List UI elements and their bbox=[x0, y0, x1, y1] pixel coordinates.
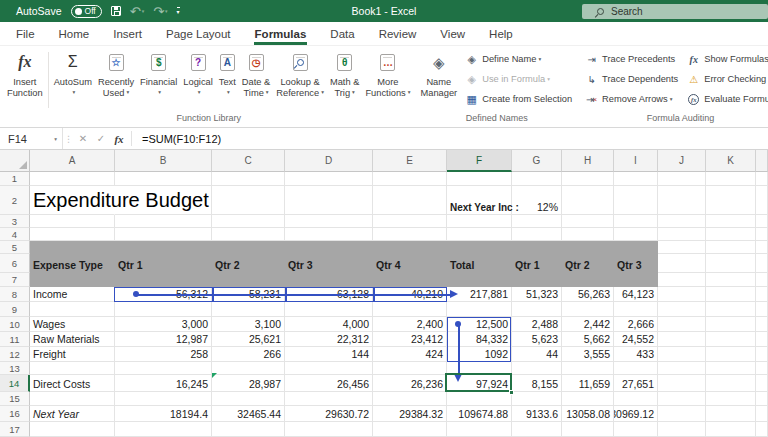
cell-A3[interactable] bbox=[30, 215, 115, 228]
cell-K16[interactable] bbox=[706, 406, 756, 422]
row-header-9[interactable]: 9 bbox=[0, 302, 30, 317]
cell-D17[interactable] bbox=[285, 422, 373, 437]
cell-F7[interactable] bbox=[447, 273, 512, 287]
cell-D4[interactable] bbox=[285, 228, 373, 241]
cell-I3[interactable] bbox=[614, 215, 658, 228]
cell-J2[interactable] bbox=[658, 186, 706, 215]
search-box[interactable]: Search bbox=[582, 4, 768, 19]
cell-K15[interactable] bbox=[706, 392, 756, 406]
cell-H13[interactable] bbox=[562, 362, 614, 375]
cell-K14[interactable] bbox=[706, 375, 756, 392]
cell-C6[interactable]: Qtr 2 bbox=[212, 254, 285, 273]
cell-G4[interactable] bbox=[512, 228, 562, 241]
tab-formulas[interactable]: Formulas bbox=[243, 22, 319, 45]
cell-H5[interactable] bbox=[562, 241, 614, 254]
customize-quick-access-toolbar-icon[interactable]: ▾ bbox=[177, 7, 180, 15]
cell-E2[interactable] bbox=[373, 186, 447, 215]
cell-E10[interactable]: 2,400 bbox=[373, 317, 447, 332]
cell-F2[interactable]: Next Year Inc : bbox=[447, 186, 512, 215]
cell-J1[interactable] bbox=[658, 172, 706, 186]
cell-E7[interactable] bbox=[373, 273, 447, 287]
cell-G3[interactable] bbox=[512, 215, 562, 228]
row-header-11[interactable]: 11 bbox=[0, 332, 30, 347]
tab-review[interactable]: Review bbox=[367, 22, 429, 45]
cell-E14[interactable]: 26,236 bbox=[373, 375, 447, 392]
cell-I10[interactable]: 2,666 bbox=[614, 317, 658, 332]
cell-A15[interactable] bbox=[30, 392, 115, 406]
cell-B3[interactable] bbox=[115, 215, 212, 228]
cell-B6[interactable]: Qtr 1 bbox=[115, 254, 212, 273]
cell-G8[interactable]: 51,323 bbox=[512, 287, 562, 302]
cell-I13[interactable] bbox=[614, 362, 658, 375]
enter-icon[interactable]: ✓ bbox=[92, 128, 110, 149]
column-header-J[interactable]: J bbox=[658, 150, 706, 172]
cell-G14[interactable]: 8,155 bbox=[512, 375, 562, 392]
cell-C7[interactable] bbox=[212, 273, 285, 287]
row-header-1[interactable]: 1 bbox=[0, 172, 30, 186]
cell-D14[interactable]: 26,456 bbox=[285, 375, 373, 392]
cell-A10[interactable]: Wages bbox=[30, 317, 115, 332]
cell-C5[interactable] bbox=[212, 241, 285, 254]
cell-I5[interactable] bbox=[614, 241, 658, 254]
cell-C1[interactable] bbox=[212, 172, 285, 186]
cell-H4[interactable] bbox=[562, 228, 614, 241]
cell-G7[interactable] bbox=[512, 273, 562, 287]
select-all-corner[interactable] bbox=[0, 150, 30, 172]
cell-G17[interactable] bbox=[512, 422, 562, 437]
cell-A12[interactable]: Freight bbox=[30, 347, 115, 362]
cell-G2[interactable]: 12% bbox=[512, 186, 562, 215]
cell-I8[interactable]: 64,123 bbox=[614, 287, 658, 302]
cancel-icon[interactable]: ✕ bbox=[74, 128, 92, 149]
row-header-12[interactable]: 12 bbox=[0, 347, 30, 362]
cell-A11[interactable]: Raw Materials bbox=[30, 332, 115, 347]
autosave-toggle[interactable]: Off bbox=[71, 5, 102, 18]
cell-C13[interactable] bbox=[212, 362, 285, 375]
row-header-16[interactable]: 16 bbox=[0, 406, 30, 422]
cell-A4[interactable] bbox=[30, 228, 115, 241]
cell-J8[interactable] bbox=[658, 287, 706, 302]
show-formulas-button[interactable]: fx Show Formulas bbox=[682, 49, 768, 69]
cell-C2[interactable] bbox=[212, 186, 285, 215]
cell-I6[interactable]: Qtr 3 bbox=[614, 254, 658, 273]
save-icon[interactable] bbox=[111, 6, 121, 16]
cell-C16[interactable]: 32465.44 bbox=[212, 406, 285, 422]
cell-H14[interactable]: 11,659 bbox=[562, 375, 614, 392]
cell-F3[interactable] bbox=[447, 215, 512, 228]
cell-E17[interactable] bbox=[373, 422, 447, 437]
evaluate-formula-button[interactable]: fx Evaluate Formula bbox=[682, 89, 768, 109]
cell-K1[interactable] bbox=[706, 172, 756, 186]
cell-C3[interactable] bbox=[212, 215, 285, 228]
cell-I9[interactable] bbox=[614, 302, 658, 317]
cell-B1[interactable] bbox=[115, 172, 212, 186]
cell-E16[interactable]: 29384.32 bbox=[373, 406, 447, 422]
tab-home[interactable]: Home bbox=[47, 22, 102, 45]
create-from-selection-button[interactable]: ▦ Create from Selection bbox=[460, 89, 576, 109]
logical-button[interactable]: ?Logical▾ bbox=[180, 48, 215, 112]
use-in-formula-button[interactable]: ◈ Use in Formula ▾ bbox=[460, 69, 576, 89]
cell-D5[interactable] bbox=[285, 241, 373, 254]
cell-K11[interactable] bbox=[706, 332, 756, 347]
cell-G5[interactable] bbox=[512, 241, 562, 254]
cell-F16[interactable]: 109674.88 bbox=[447, 406, 512, 422]
row-header-17[interactable]: 17 bbox=[0, 422, 30, 437]
fill-handle[interactable] bbox=[509, 390, 514, 395]
cell-A8[interactable]: Income bbox=[30, 287, 115, 302]
column-header-K[interactable]: K bbox=[706, 150, 756, 172]
cell-A16[interactable]: Next Year bbox=[30, 406, 115, 422]
row-header-15[interactable]: 15 bbox=[0, 392, 30, 406]
cell-D12[interactable]: 144 bbox=[285, 347, 373, 362]
lookup-reference-button[interactable]: Lookup &Reference▾ bbox=[273, 48, 327, 112]
cell-E4[interactable] bbox=[373, 228, 447, 241]
cell-A9[interactable] bbox=[30, 302, 115, 317]
cell-K3[interactable] bbox=[706, 215, 756, 228]
cell-J17[interactable] bbox=[658, 422, 706, 437]
cell-G12[interactable]: 44 bbox=[512, 347, 562, 362]
cell-I7[interactable] bbox=[614, 273, 658, 287]
worksheet-grid[interactable]: ABCDEFGHIJK12Expenditure BudgetNext Year… bbox=[0, 150, 768, 437]
cell-J10[interactable] bbox=[658, 317, 706, 332]
cell-A14[interactable]: Direct Costs bbox=[30, 375, 115, 392]
cell-K8[interactable] bbox=[706, 287, 756, 302]
cell-B9[interactable] bbox=[115, 302, 212, 317]
cell-J12[interactable] bbox=[658, 347, 706, 362]
cell-C14[interactable]: 28,987 bbox=[212, 375, 285, 392]
